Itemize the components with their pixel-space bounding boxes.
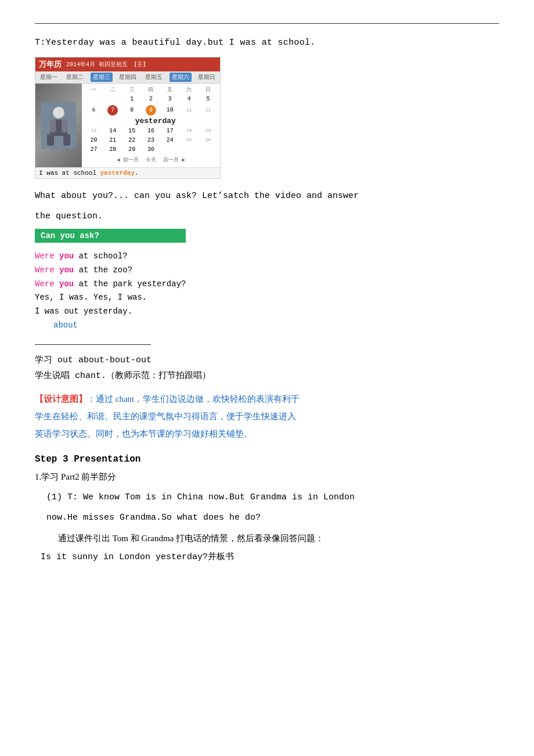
day-14: 14 <box>103 127 122 136</box>
yesterday-label-row: yesterday <box>84 117 218 125</box>
day-5: 5 <box>199 95 218 104</box>
day-empty2 <box>103 95 122 104</box>
nav-tue[interactable]: 星期二 <box>64 73 86 82</box>
teacher-intro-text: T:Yesterday was a beautiful day.but I wa… <box>35 38 499 48</box>
cal-nav-prev[interactable]: ◀ 前一月 <box>117 156 139 164</box>
calendar-header: 万年历 2014年4月 初四至初五 【壬】 <box>35 57 220 71</box>
svg-rect-5 <box>50 120 56 132</box>
calendar-title: 万年历 <box>39 59 62 70</box>
day-15: 15 <box>122 127 142 136</box>
can-you-ask-banner: Can you ask? <box>35 229 186 243</box>
day-8: 8 <box>122 106 142 115</box>
answer-line-2: I was out yesterday. <box>35 305 499 319</box>
day-28: 28 <box>103 145 122 154</box>
questions-block: Were you at school? Were you at the zoo?… <box>35 250 499 333</box>
day-12: 12 <box>199 106 218 114</box>
day-11: 11 <box>179 106 199 114</box>
svg-rect-4 <box>63 134 70 146</box>
nav-sat[interactable]: 星期六 <box>169 73 192 82</box>
day-1: 1 <box>122 95 142 104</box>
day-header-sun: 日 <box>199 86 218 93</box>
design-block: 【设计意图】：通过 chant，学生们边说边做，欢快轻松的表演有利于 学生在轻松… <box>35 390 499 442</box>
day-21: 21 <box>103 136 122 145</box>
day-29: 29 <box>122 145 142 154</box>
day-26: 26 <box>199 136 218 145</box>
calendar-box: 万年历 2014年4月 初四至初五 【壬】 星期一 星期二 星期三 星期四 星期… <box>35 57 221 179</box>
svg-rect-6 <box>62 120 67 132</box>
design-content: ：通过 chant，学生们边说边做，欢快轻松的表演有利于 <box>87 394 300 404</box>
day-3: 3 <box>160 95 179 104</box>
calendar-body: 一 二 三 四 五 六 日 1 2 3 4 5 <box>35 84 220 167</box>
day-empty1 <box>84 95 103 104</box>
day-25: 25 <box>179 136 199 145</box>
calendar-week3: 13 14 15 16 17 18 19 <box>84 127 218 136</box>
calendar-week2: 6 7 8 9 10 11 12 <box>84 105 218 116</box>
svg-rect-3 <box>47 134 54 146</box>
day-4: 4 <box>179 95 199 104</box>
answer-line-1: Yes, I was. Yes, I was. <box>35 291 499 305</box>
what-about-text-line1: What about you?... can you ask? Let’satc… <box>35 188 499 204</box>
is-it-line-text: Is it sunny in London yesterday?并板书 <box>35 551 499 562</box>
question-line-1: Were you at school? <box>35 250 499 264</box>
day-19: 19 <box>199 127 218 136</box>
chant-line: 学生说唱 chant.（教师示范：打节拍跟唱） <box>35 370 499 381</box>
what-about-text-line2: the question. <box>35 208 499 224</box>
nav-fri[interactable]: 星期五 <box>143 73 165 82</box>
step3-heading: Step 3 Presentation <box>35 454 499 465</box>
day-empty-end3 <box>199 145 218 154</box>
calendar-caption-highlight: yesterday <box>100 170 135 177</box>
day-header-fri: 五 <box>160 86 179 93</box>
day-6: 6 <box>84 106 103 115</box>
day-17: 17 <box>160 127 179 136</box>
item1-heading: 1.学习 Part2 前半部分 <box>35 471 499 483</box>
day-7-today: 7 <box>107 105 118 116</box>
yesterday-label-text: yesterday <box>126 117 176 125</box>
calendar-week5: 27 28 29 30 <box>84 145 218 154</box>
day-22: 22 <box>122 136 142 145</box>
sub-item-1-line1: (1) T: We know Tom is in China now.But G… <box>35 489 499 505</box>
calendar-section: 万年历 2014年4月 初四至初五 【壬】 星期一 星期二 星期三 星期四 星期… <box>35 57 499 179</box>
calendar-header-extra: 2014年4月 初四至初五 【壬】 <box>66 60 149 69</box>
calendar-grid: 一 二 三 四 五 六 日 1 2 3 4 5 <box>82 84 220 167</box>
short-divider <box>35 344 151 345</box>
question-line-3: Were you at the park yesterday? <box>35 278 499 291</box>
nav-mon[interactable]: 星期一 <box>38 73 60 82</box>
day-20: 20 <box>84 136 103 145</box>
day-10: 10 <box>160 106 179 115</box>
day-24: 24 <box>160 136 179 145</box>
day-13: 13 <box>84 127 103 136</box>
design-content-2: 学生在轻松、和谐、民主的课堂气氛中习得语言，便于学生快速进入 <box>35 412 296 421</box>
study-out-line: 学习 out about-bout-out <box>35 354 499 365</box>
day-empty-end2 <box>179 145 199 154</box>
day-27: 27 <box>84 145 103 154</box>
day-header-thu: 四 <box>142 86 161 93</box>
top-divider <box>35 23 499 24</box>
day-23: 23 <box>142 136 161 145</box>
day-header-sat: 六 <box>179 86 199 93</box>
calendar-person-image <box>35 84 82 167</box>
mixed-line-text: 通过课件引出 Tom 和 Grandma 打电话的情景，然后看录像回答问题： <box>35 530 499 547</box>
about-line: about <box>35 319 499 333</box>
day-18: 18 <box>179 127 199 136</box>
nav-wed[interactable]: 星期三 <box>91 73 113 82</box>
svg-point-1 <box>53 107 64 118</box>
day-empty-end1 <box>160 145 179 154</box>
calendar-bottom-nav: ◀ 前一月 今天 后一月 ▶ <box>84 156 218 165</box>
design-content-3: 英语学习状态。同时，也为本节课的学习做好相关铺垫。 <box>35 429 252 438</box>
calendar-week1: 1 2 3 4 5 <box>84 95 218 104</box>
day-9-highlight: 9 <box>146 105 156 116</box>
day-30: 30 <box>142 145 161 154</box>
calendar-nav: 星期一 星期二 星期三 星期四 星期五 星期六 星期日 <box>35 71 220 84</box>
day-header-mon: 一 <box>84 86 103 93</box>
nav-thu[interactable]: 星期四 <box>117 73 139 82</box>
calendar-week4: 20 21 22 23 24 25 26 <box>84 136 218 145</box>
question-line-2: Were you at the zoo? <box>35 264 499 278</box>
day-16: 16 <box>142 127 161 136</box>
calendar-days-header: 一 二 三 四 五 六 日 <box>84 86 218 93</box>
cal-nav-today[interactable]: 今天 <box>146 156 156 164</box>
nav-sun[interactable]: 星期日 <box>196 73 218 82</box>
sub-item-1-line2: now.He misses Grandma.So what does he do… <box>35 510 499 525</box>
design-bracket: 【设计意图】 <box>35 394 87 404</box>
cal-nav-next[interactable]: 后一月 ▶ <box>163 156 185 164</box>
day-2: 2 <box>142 95 161 104</box>
